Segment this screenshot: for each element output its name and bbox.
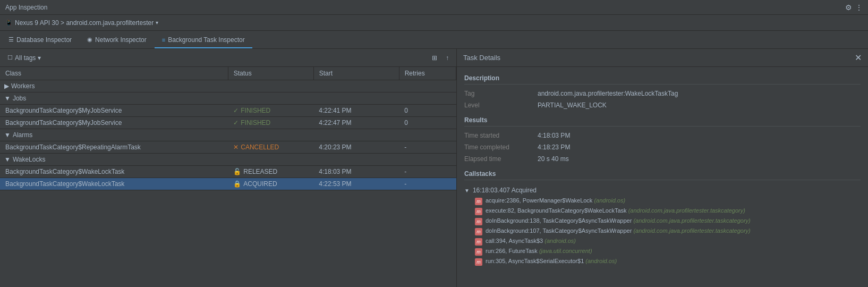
workers-label: Workers xyxy=(11,82,35,90)
section-alarms[interactable]: ▼ Alarms xyxy=(0,129,456,141)
row-start: 4:22:41 PM xyxy=(313,105,399,117)
grid-icon: ⊞ xyxy=(432,54,437,62)
callstack-section: ▼ 16:18:03.407 Acquired m acquire:2386, … xyxy=(464,184,861,267)
share-button[interactable]: ↑ xyxy=(442,53,452,63)
callstack-entry: m doInBackground:138, TaskCategory$Async… xyxy=(475,216,861,226)
method-icon: m xyxy=(475,238,482,246)
method-text: run:266, FutureTask (java.util.concurren… xyxy=(486,248,592,254)
section-wakelocks[interactable]: ▼ WakeLocks xyxy=(0,154,456,166)
checkbox-icon: ☐ xyxy=(7,54,13,61)
method-text: run:305, AsyncTask$SerialExecutor$1 (and… xyxy=(486,258,617,264)
row-start: 4:18:03 PM xyxy=(313,166,399,178)
section-workers-label: ▶ Workers xyxy=(4,82,452,90)
status-badge: ✓ FINISHED xyxy=(233,119,308,126)
right-panel: Task Details ✕ Description Tag android.c… xyxy=(457,49,868,287)
panel-title: Task Details xyxy=(463,54,500,62)
method-text: doInBackground:138, TaskCategory$AsyncTa… xyxy=(486,217,751,224)
row-retries: 0 xyxy=(399,105,456,117)
device-chevron: ▾ xyxy=(156,20,158,26)
status-badge: 🔒 ACQUIRED xyxy=(233,180,308,188)
tab-background[interactable]: ≡ Background Task Inspector xyxy=(155,31,253,48)
checkmark-icon: ✓ xyxy=(233,119,239,126)
row-class: BackgroundTaskCategory$MyJobService xyxy=(0,105,228,117)
section-workers[interactable]: ▶ Workers xyxy=(0,80,456,92)
callstack-entry: m execute:82, BackgroundTaskCategory$Wak… xyxy=(475,206,861,216)
callstack-entry: m run:266, FutureTask (java.util.concurr… xyxy=(475,247,861,257)
row-status: 🔒 ACQUIRED xyxy=(228,178,313,190)
panel-close-button[interactable]: ✕ xyxy=(855,53,862,63)
method-text: call:394, AsyncTask$3 (android.os) xyxy=(486,238,576,244)
more-icon[interactable]: ⋮ xyxy=(855,3,863,12)
section-jobs-label: ▼ Jobs xyxy=(4,95,452,102)
tab-network-label: Network Inspector xyxy=(95,36,147,44)
database-tab-icon: ☰ xyxy=(8,36,14,43)
method-icon: m xyxy=(475,208,482,215)
section-wakelocks-label: ▼ WakeLocks xyxy=(4,156,452,163)
callstack-timestamp: 16:18:03.407 Acquired xyxy=(473,187,537,194)
method-icon: m xyxy=(475,198,482,205)
section-alarms-label: ▼ Alarms xyxy=(4,131,452,139)
method-icon: m xyxy=(475,258,482,266)
method-text: execute:82, BackgroundTaskCategory$WakeL… xyxy=(486,207,745,214)
table-row[interactable]: BackgroundTaskCategory$WakeLockTask 🔓 RE… xyxy=(0,166,456,178)
results-heading: Results xyxy=(464,116,861,126)
title-bar-left: App Inspection xyxy=(5,4,47,11)
all-tags-button[interactable]: ☐ All tags ▾ xyxy=(4,53,44,63)
table-row[interactable]: BackgroundTaskCategory$RepeatingAlarmTas… xyxy=(0,141,456,154)
callstack-header[interactable]: ▼ 16:18:03.407 Acquired xyxy=(464,184,861,196)
table-row[interactable]: BackgroundTaskCategory$WakeLockTask 🔒 AC… xyxy=(0,178,456,190)
panel-header: Task Details ✕ xyxy=(457,49,868,67)
header-retries: Retries xyxy=(399,67,456,80)
lock-icon: 🔒 xyxy=(233,180,241,188)
tab-bar: ☰ Database Inspector ◉ Network Inspector… xyxy=(0,31,868,49)
level-label: Level xyxy=(464,100,533,110)
row-retries: - xyxy=(399,166,456,178)
row-start: 4:22:53 PM xyxy=(313,178,399,190)
elapsed-time-label: Elapsed time xyxy=(464,154,533,164)
tag-value: android.com.java.profilertester:WakeLock… xyxy=(538,89,861,98)
network-tab-icon: ◉ xyxy=(87,36,92,43)
tab-background-label: Background Task Inspector xyxy=(168,36,245,44)
jobs-arrow: ▼ xyxy=(4,95,11,102)
section-jobs[interactable]: ▼ Jobs xyxy=(0,92,456,105)
tab-database[interactable]: ☰ Database Inspector xyxy=(1,31,80,48)
method-icon: m xyxy=(475,228,482,235)
title-bar-right: ⚙ ⋮ xyxy=(845,3,863,12)
row-class: BackgroundTaskCategory$RepeatingAlarmTas… xyxy=(0,141,228,154)
app-title: App Inspection xyxy=(5,4,47,11)
header-start: Start xyxy=(313,67,399,80)
share-icon: ↑ xyxy=(446,54,449,62)
status-badge: 🔓 RELEASED xyxy=(233,168,308,175)
row-retries: - xyxy=(399,178,456,190)
method-text: doInBackground:107, TaskCategory$AsyncTa… xyxy=(486,227,751,234)
content-area: ☐ All tags ▾ ⊞ ↑ xyxy=(0,49,868,287)
grid-view-button[interactable]: ⊞ xyxy=(429,53,440,63)
level-value: PARTIAL_WAKE_LOCK xyxy=(538,100,861,110)
alarms-arrow: ▼ xyxy=(4,131,11,139)
toolbar-right: ⊞ ↑ xyxy=(429,53,452,63)
left-panel: ☐ All tags ▾ ⊞ ↑ xyxy=(0,49,457,287)
device-selector[interactable]: 📱 Nexus 9 API 30 > android.com.java.prof… xyxy=(5,19,158,27)
row-start: 4:22:47 PM xyxy=(313,117,399,129)
tab-network[interactable]: ◉ Network Inspector xyxy=(80,31,155,48)
header-class: Class xyxy=(0,67,228,80)
row-start: 4:20:23 PM xyxy=(313,141,399,154)
row-class: BackgroundTaskCategory$WakeLockTask xyxy=(0,178,228,190)
table-row[interactable]: BackgroundTaskCategory$MyJobService ✓ FI… xyxy=(0,105,456,117)
header-status: Status xyxy=(228,67,313,80)
method-icon: m xyxy=(475,248,482,256)
settings-icon[interactable]: ⚙ xyxy=(845,3,852,12)
time-completed-value: 4:18:23 PM xyxy=(538,142,861,152)
tag-label: Tag xyxy=(464,89,533,98)
title-bar: App Inspection ⚙ ⋮ xyxy=(0,0,868,15)
callstack-entry: m run:305, AsyncTask$SerialExecutor$1 (a… xyxy=(475,257,861,267)
row-status: ✕ CANCELLED xyxy=(228,141,313,154)
table-row[interactable]: BackgroundTaskCategory$MyJobService ✓ FI… xyxy=(0,117,456,129)
table-header-row: Class Status Start Retries xyxy=(0,67,456,80)
method-text: acquire:2386, PowerManager$WakeLock (and… xyxy=(486,197,625,204)
status-badge: ✓ FINISHED xyxy=(233,107,308,114)
row-status: ✓ FINISHED xyxy=(228,105,313,117)
elapsed-time-value: 20 s 40 ms xyxy=(538,154,861,164)
time-started-value: 4:18:03 PM xyxy=(538,131,861,140)
task-table: Class Status Start Retries ▶ xyxy=(0,67,456,287)
